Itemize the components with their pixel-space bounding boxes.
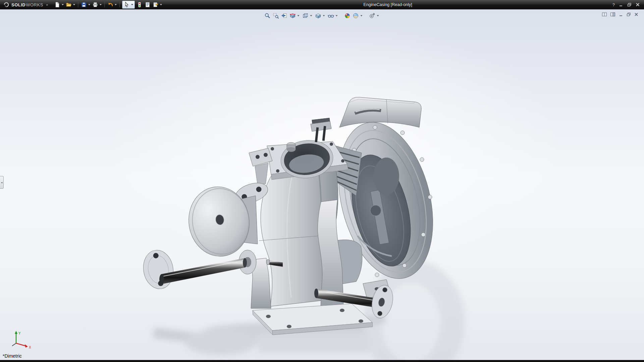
section-view-dropdown[interactable] bbox=[298, 15, 300, 16]
print-dropdown[interactable] bbox=[100, 4, 102, 5]
select-cursor-icon bbox=[124, 2, 130, 8]
solidworks-logo: SOLID WORKS ▸ bbox=[0, 2, 48, 8]
section-view-icon bbox=[289, 12, 296, 19]
view-orientation-dropdown[interactable] bbox=[310, 15, 312, 16]
doc-restore-icon bbox=[626, 12, 631, 17]
pane-split-button[interactable] bbox=[602, 12, 607, 18]
apply-scene-button[interactable] bbox=[352, 12, 360, 19]
zoom-to-fit-icon bbox=[264, 12, 271, 19]
options-dropdown[interactable] bbox=[160, 4, 162, 5]
minimize-icon bbox=[619, 3, 623, 7]
collapse-arrow-icon: ◂ bbox=[1, 181, 2, 184]
3ds-logo-icon bbox=[3, 2, 10, 8]
brand-text-works: WORKS bbox=[26, 2, 43, 7]
window-titlebar[interactable]: SOLID WORKS ▸ bbox=[0, 0, 644, 9]
edit-appearance-button[interactable] bbox=[344, 12, 351, 19]
rebuild-button[interactable] bbox=[136, 1, 144, 8]
save-dropdown[interactable] bbox=[88, 4, 90, 5]
print-icon bbox=[92, 2, 98, 8]
toolbar-separator bbox=[104, 2, 105, 7]
open-folder-icon bbox=[66, 2, 72, 8]
brand-text-solid: SOLID bbox=[11, 2, 25, 7]
options-button[interactable] bbox=[152, 1, 160, 8]
section-view-button[interactable] bbox=[289, 12, 297, 19]
hide-show-items-button[interactable] bbox=[327, 12, 335, 19]
apply-scene-icon bbox=[353, 12, 359, 19]
window-bottom-edge bbox=[0, 360, 644, 362]
view-settings-button[interactable] bbox=[369, 12, 376, 19]
carb-bracket bbox=[249, 148, 272, 185]
reference-triad[interactable]: Y X bbox=[6, 330, 35, 351]
view-orientation-label: *Dimetric bbox=[3, 353, 22, 359]
select-button[interactable] bbox=[123, 1, 131, 8]
zoom-to-fit-button[interactable] bbox=[264, 12, 271, 19]
model-3d-engine-casing[interactable] bbox=[0, 9, 644, 360]
undo-dropdown[interactable] bbox=[115, 4, 117, 5]
pane-tabs-icon bbox=[610, 12, 615, 17]
new-document-button[interactable] bbox=[53, 1, 61, 8]
minimize-button[interactable] bbox=[619, 3, 623, 7]
y-axis-label: Y bbox=[18, 331, 21, 335]
undo-button[interactable] bbox=[106, 1, 114, 8]
file-properties-icon bbox=[145, 2, 151, 8]
help-button[interactable]: ? bbox=[612, 2, 615, 7]
open-dropdown[interactable] bbox=[73, 4, 75, 5]
document-window-controls bbox=[602, 12, 639, 18]
close-button[interactable] bbox=[636, 3, 640, 7]
top-mount bbox=[339, 97, 421, 127]
active-tool-frame bbox=[122, 1, 135, 9]
graphics-area[interactable]: ◂ Y X *Dimetric bbox=[0, 9, 644, 360]
view-orientation-icon bbox=[302, 12, 309, 19]
left-shaft bbox=[141, 248, 256, 291]
heads-up-view-toolbar bbox=[264, 12, 380, 19]
close-icon bbox=[636, 3, 640, 7]
display-style-button[interactable] bbox=[315, 12, 322, 19]
doc-minimize-button[interactable] bbox=[619, 12, 623, 18]
zoom-to-area-button[interactable] bbox=[272, 12, 280, 19]
window-title: EngineCasing [Read-only] bbox=[163, 2, 612, 7]
y-axis-arrow bbox=[15, 331, 17, 334]
window-controls: ? bbox=[612, 2, 644, 7]
new-document-dropdown[interactable] bbox=[62, 4, 64, 5]
previous-view-button[interactable] bbox=[281, 12, 288, 19]
restore-icon bbox=[627, 3, 632, 7]
view-settings-icon bbox=[369, 12, 376, 19]
save-button[interactable] bbox=[80, 1, 88, 8]
open-button[interactable] bbox=[65, 1, 73, 8]
new-document-icon bbox=[54, 2, 60, 8]
x-axis-label: X bbox=[29, 346, 31, 349]
save-icon bbox=[81, 2, 87, 8]
display-style-dropdown[interactable] bbox=[323, 15, 325, 16]
apply-scene-dropdown[interactable] bbox=[361, 15, 363, 16]
doc-minimize-icon bbox=[619, 12, 623, 17]
panel-collapse-tab[interactable]: ◂ bbox=[0, 176, 4, 189]
undo-icon bbox=[107, 2, 113, 8]
display-style-icon bbox=[315, 12, 322, 19]
options-icon bbox=[153, 2, 159, 8]
restore-button[interactable] bbox=[627, 3, 632, 7]
view-orientation-button[interactable] bbox=[302, 12, 309, 19]
menu-expand-arrow-icon[interactable]: ▸ bbox=[47, 3, 48, 6]
pane-split-icon bbox=[602, 12, 607, 17]
file-properties-button[interactable] bbox=[144, 1, 152, 8]
pane-tabs-button[interactable] bbox=[610, 12, 615, 18]
hide-show-items-icon bbox=[328, 12, 334, 19]
toolbar-separator bbox=[78, 2, 78, 7]
view-settings-dropdown[interactable] bbox=[377, 15, 379, 16]
select-dropdown[interactable] bbox=[131, 4, 133, 5]
z-axis-stub bbox=[12, 343, 16, 346]
doc-restore-button[interactable] bbox=[626, 12, 631, 18]
hide-show-items-dropdown[interactable] bbox=[336, 15, 338, 16]
toolbar-separator bbox=[119, 2, 120, 7]
edit-appearance-icon bbox=[344, 12, 351, 19]
quick-access-toolbar bbox=[53, 1, 163, 9]
rebuild-stoplight-icon bbox=[137, 2, 143, 8]
doc-close-button[interactable] bbox=[634, 12, 639, 18]
print-button[interactable] bbox=[91, 1, 99, 8]
previous-view-icon bbox=[281, 12, 288, 19]
x-axis-arrow bbox=[25, 344, 28, 348]
doc-close-icon bbox=[634, 12, 639, 17]
zoom-to-area-icon bbox=[273, 12, 279, 19]
